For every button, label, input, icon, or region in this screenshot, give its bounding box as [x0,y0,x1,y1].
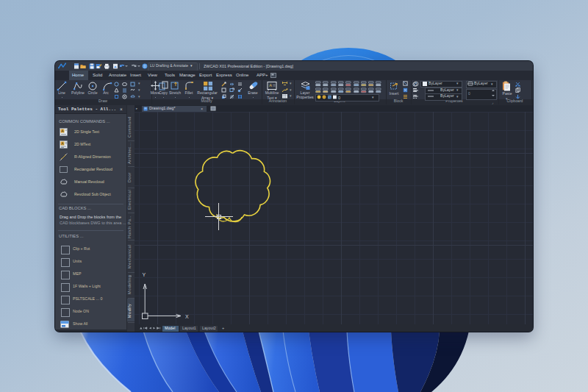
svg-text:X: X [185,314,189,319]
svg-text:A: A [269,82,272,87]
svg-text:Y: Y [143,272,146,277]
